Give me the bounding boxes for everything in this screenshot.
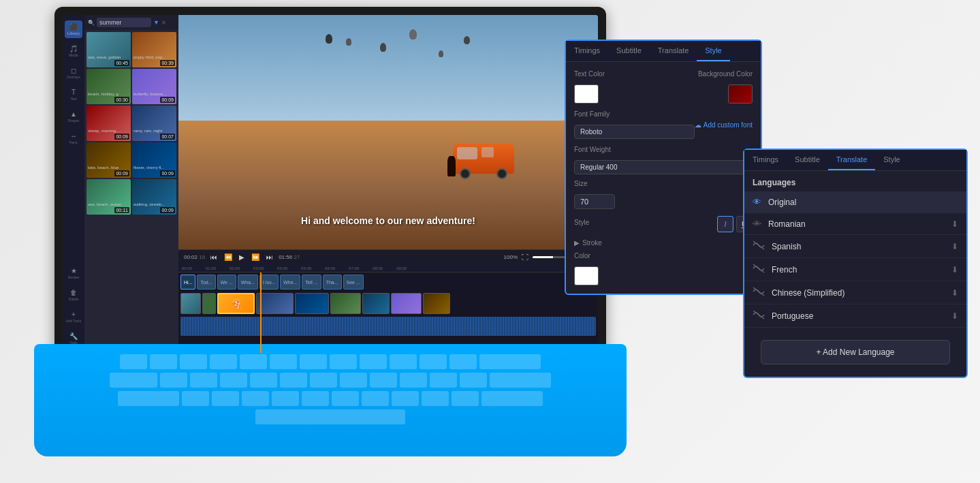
stroke-toggle[interactable]: ▶ Stroke bbox=[574, 239, 753, 247]
skip-end-button[interactable]: ⏭ bbox=[265, 252, 274, 262]
language-name-french: French bbox=[772, 265, 951, 275]
media-thumbnail[interactable]: sea, wave, golden 00:45 bbox=[86, 32, 131, 67]
language-item-french[interactable]: French ⬇ bbox=[744, 258, 966, 281]
subtitle-chip[interactable]: Wha... bbox=[238, 275, 258, 290]
stroke-color-swatch[interactable] bbox=[574, 266, 599, 285]
subtitle-chip[interactable]: Whe... bbox=[280, 275, 300, 290]
sidebar-item-delete[interactable]: 🗑 Delete bbox=[65, 286, 82, 304]
subtitle-chip[interactable]: Tell ... bbox=[302, 275, 321, 290]
main-content: Hi and welcome to our new adventure! 00:… bbox=[178, 15, 598, 353]
media-thumbnail[interactable]: rainy, rain, night 00:07 bbox=[132, 106, 176, 141]
tab-style[interactable]: Style bbox=[697, 41, 729, 61]
subtitle-chip[interactable]: Tha... bbox=[323, 275, 342, 290]
language-item-romanian[interactable]: 👁 Romanian ⬇ bbox=[744, 213, 966, 235]
stroke-section: ▶ Stroke bbox=[574, 239, 753, 247]
play-button[interactable]: ▶ bbox=[238, 252, 246, 262]
timeline: 00:00 01:00 02:00 03:00 04:00 05:00 06:0… bbox=[178, 264, 598, 353]
wheel-right bbox=[496, 168, 507, 179]
size-row: Size bbox=[574, 180, 753, 209]
video-clip-food[interactable]: 🍕 bbox=[217, 293, 255, 314]
sidebar-item-overlays[interactable]: ◻ Overlays bbox=[65, 64, 82, 82]
stroke-color-label: Color bbox=[574, 252, 753, 260]
download-icon[interactable]: ⬇ bbox=[951, 311, 958, 321]
background-color-swatch[interactable] bbox=[728, 84, 753, 104]
video-clip[interactable] bbox=[295, 293, 329, 314]
size-input[interactable] bbox=[574, 194, 615, 209]
text-color-swatch[interactable] bbox=[574, 84, 599, 104]
media-thumbnail[interactable]: poppy field, pop... 00:39 bbox=[132, 32, 176, 67]
font-family-dropdown[interactable]: Roboto bbox=[574, 125, 695, 139]
media-thumbnail[interactable]: sea, beach, ocean 00:11 bbox=[86, 179, 131, 215]
editor-app: ⬛ Library 🎵 Media ◻ Overlays T bbox=[63, 15, 598, 353]
subtitle-chip[interactable]: Hi... bbox=[180, 275, 195, 290]
download-icon[interactable]: ⬇ bbox=[951, 265, 958, 275]
wheel-left bbox=[460, 168, 471, 179]
subtitle-chip[interactable]: We ... bbox=[217, 275, 236, 290]
subtitle-chip[interactable]: I lov... bbox=[259, 275, 279, 290]
style-label: Style bbox=[574, 219, 589, 226]
video-clip[interactable] bbox=[256, 293, 294, 314]
language-item-spanish[interactable]: Spanish ⬇ bbox=[744, 235, 966, 258]
search-icon: 🔍 bbox=[88, 20, 95, 26]
eye-crossed-icon: 👁 bbox=[753, 219, 761, 229]
media-thumbnail[interactable]: butterfly, botanic... 00:09 bbox=[132, 69, 176, 104]
video-clip[interactable] bbox=[391, 293, 422, 314]
media-thumbnail[interactable]: walking, streaki... 00:09 bbox=[132, 179, 176, 215]
translate-tab-style[interactable]: Style bbox=[875, 150, 908, 170]
text-color-label: Text Color bbox=[574, 70, 663, 78]
tab-timings[interactable]: Timings bbox=[566, 41, 608, 61]
video-clip[interactable] bbox=[330, 293, 361, 314]
close-icon[interactable]: ✕ bbox=[161, 20, 166, 26]
tab-translate[interactable]: Translate bbox=[650, 41, 697, 61]
video-clip[interactable] bbox=[362, 293, 390, 314]
laptop-keyboard bbox=[34, 344, 627, 456]
sidebar-item-media[interactable]: 🎵 Media bbox=[65, 42, 82, 60]
keyboard-keys bbox=[34, 344, 627, 431]
sidebar-item-shapes[interactable]: ▲ Shapes bbox=[65, 108, 82, 125]
sidebar-item-text[interactable]: T Text bbox=[65, 86, 82, 104]
video-clip[interactable] bbox=[202, 293, 216, 314]
sidebar-item-review[interactable]: ★ Review bbox=[65, 264, 82, 282]
download-icon[interactable]: ⬇ bbox=[951, 219, 958, 229]
translate-panel: Timings Subtitle Translate Style Languag… bbox=[743, 149, 968, 378]
sidebar-item-add-track[interactable]: + Add Track bbox=[65, 308, 82, 326]
fullscreen-icon[interactable]: ⛶ bbox=[522, 253, 528, 261]
video-clip[interactable] bbox=[423, 293, 450, 314]
add-new-language-button[interactable]: + Add New Language bbox=[761, 340, 950, 364]
media-thumbnail[interactable]: beach, holiday, g 00:30 bbox=[86, 69, 131, 104]
subtitle-chip[interactable]: See ... bbox=[343, 275, 364, 290]
language-item-portuguese[interactable]: Portuguese ⬇ bbox=[744, 305, 966, 328]
add-custom-font-button[interactable]: ☁ Add custom font bbox=[695, 121, 753, 129]
filter-icon[interactable]: ▼ bbox=[153, 19, 159, 26]
sidebar-item-transitions[interactable]: ↔ Trans. bbox=[65, 129, 82, 147]
tab-subtitle[interactable]: Subtitle bbox=[608, 41, 650, 61]
italic-button[interactable]: I bbox=[717, 216, 733, 232]
skip-start-button[interactable]: ⏮ bbox=[209, 252, 219, 262]
search-input[interactable] bbox=[97, 18, 151, 27]
svg-line-1 bbox=[753, 264, 764, 272]
language-item-chinese[interactable]: Chinese (Simplified) ⬇ bbox=[744, 281, 966, 305]
upload-icon: ☁ bbox=[695, 121, 701, 129]
media-thumbnail[interactable]: flower, cherry fl... 00:09 bbox=[132, 142, 176, 178]
sidebar-item-library[interactable]: ⬛ Library bbox=[65, 20, 82, 38]
volume-slider[interactable] bbox=[533, 256, 567, 258]
video-clip[interactable] bbox=[180, 293, 201, 314]
translate-tab-subtitle[interactable]: Subtitle bbox=[787, 150, 828, 170]
font-weight-label: Font Weight bbox=[574, 146, 753, 153]
background-color-label: Background Color bbox=[698, 70, 753, 78]
media-thumbnail[interactable]: lake, beach, blue 00:09 bbox=[86, 142, 131, 178]
media-thumbnail[interactable]: sheep, morning,... 00:09 bbox=[86, 106, 131, 141]
rewind-button[interactable]: ⏪ bbox=[223, 252, 234, 262]
language-item-original[interactable]: 👁 Original bbox=[744, 191, 966, 213]
stroke-label: Stroke bbox=[582, 239, 602, 247]
download-icon[interactable]: ⬇ bbox=[951, 242, 958, 251]
font-weight-dropdown[interactable]: Regular 400 bbox=[574, 160, 753, 174]
style-row: Style I U bbox=[574, 216, 753, 232]
fast-forward-button[interactable]: ⏩ bbox=[250, 252, 261, 262]
translate-tab-translate[interactable]: Translate bbox=[828, 150, 875, 170]
laptop-screen: ⬛ Library 🎵 Media ◻ Overlays T bbox=[63, 15, 598, 353]
subtitle-chip[interactable]: Tod... bbox=[197, 275, 215, 290]
translate-tab-timings[interactable]: Timings bbox=[744, 150, 787, 170]
download-icon[interactable]: ⬇ bbox=[951, 288, 958, 298]
chevron-right-icon: ▶ bbox=[574, 239, 580, 247]
